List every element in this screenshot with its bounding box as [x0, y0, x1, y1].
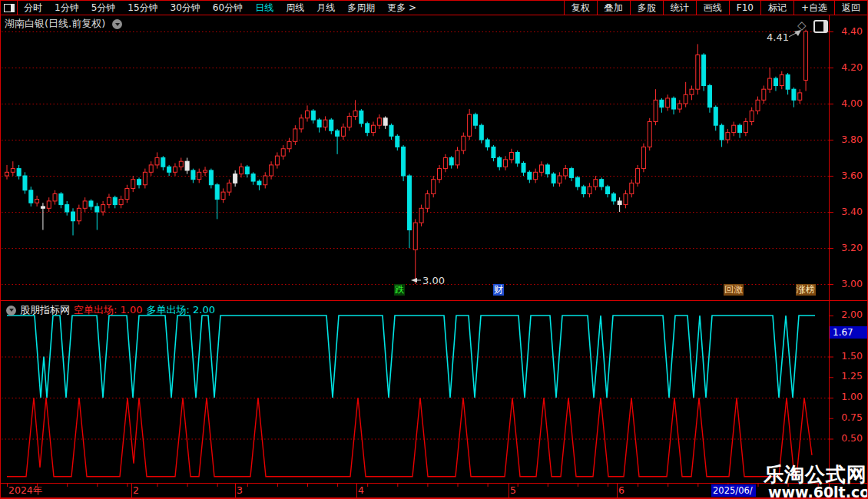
- time-axis-label: 3: [237, 484, 243, 496]
- period-tabs: 分时1分钟5分钟15分钟30分钟60分钟日线周线月线多周期更多 >: [18, 2, 422, 15]
- indicator-axis-label: 1.50: [830, 351, 863, 362]
- indicator-collapse-icon[interactable]: [6, 306, 16, 316]
- window-split-icon: [4, 4, 15, 12]
- chart-canvas[interactable]: [1, 1, 868, 499]
- indicator-source[interactable]: 股朋指标网: [20, 303, 70, 317]
- price-axis-label: 4.20: [830, 62, 863, 73]
- toolbar-button-0[interactable]: 复权: [564, 1, 597, 15]
- price-axis-label: 3.60: [830, 170, 863, 181]
- time-axis-label: 2024年: [8, 484, 42, 496]
- toolbar-button-3[interactable]: 统计: [663, 1, 696, 15]
- price-axis-label: 3.80: [830, 134, 863, 145]
- price-axis-label: 3.20: [830, 243, 863, 253]
- indicator-axis-label: 0.75: [830, 412, 863, 423]
- high-annotation: 4.41: [767, 31, 789, 43]
- toolbar-actions: 复权叠加多股统计画线F10标记+自选返回: [564, 1, 867, 15]
- period-tab-7[interactable]: 周线: [280, 2, 310, 15]
- indicator-header: 股朋指标网 空单出场: 1.00 多单出场: 2.00: [6, 303, 215, 317]
- period-tab-1[interactable]: 1分钟: [48, 2, 85, 15]
- trading-app-window: 分时1分钟5分钟15分钟30分钟60分钟日线周线月线多周期更多 > 复权叠加多股…: [0, 0, 868, 499]
- top-toolbar: 分时1分钟5分钟15分钟30分钟60分钟日线周线月线多周期更多 > 复权叠加多股…: [1, 1, 867, 15]
- toolbar-button-8[interactable]: 返回: [834, 1, 867, 15]
- diamond-icon[interactable]: ◇: [797, 18, 807, 32]
- time-axis-label: 6: [618, 484, 624, 496]
- price-axis-label: 3.00: [830, 279, 863, 289]
- period-tab-0[interactable]: 分时: [18, 2, 48, 15]
- indicator-axis-label: 2.00: [830, 309, 863, 320]
- page-title: 湖南白银(日线.前复权): [5, 18, 105, 29]
- title-dropdown-icon[interactable]: [112, 19, 122, 29]
- period-tab-10[interactable]: 更多 >: [381, 2, 422, 15]
- short-exit-label: 空单出场: 1.00: [74, 303, 142, 317]
- period-tab-4[interactable]: 30分钟: [164, 2, 207, 15]
- chart-title-row: 湖南白银(日线.前复权): [5, 17, 122, 31]
- period-tab-9[interactable]: 多周期: [341, 2, 381, 15]
- indicator-current-value-badge: 1.67: [830, 326, 868, 339]
- current-date-badge: 2025/06/: [711, 484, 756, 497]
- price-axis-label: 4.40: [830, 26, 863, 37]
- time-axis-label: 2: [133, 484, 139, 496]
- time-axis-label: 4: [358, 484, 364, 496]
- low-annotation: 3.00: [422, 275, 445, 286]
- event-tag[interactable]: 财: [493, 284, 504, 296]
- toolbar-button-7[interactable]: +自选: [793, 1, 834, 15]
- period-tab-3[interactable]: 15分钟: [121, 2, 164, 15]
- toolbar-button-2[interactable]: 多股: [630, 1, 663, 15]
- long-exit-label: 多单出场: 2.00: [146, 303, 214, 317]
- toolbar-button-5[interactable]: F10: [729, 1, 760, 15]
- price-axis-label: 4.00: [830, 98, 863, 109]
- indicator-axis-label: 1.25: [830, 371, 863, 382]
- event-tag[interactable]: 跌: [394, 284, 405, 296]
- watermark-site-url: www.60lt.com: [768, 484, 868, 499]
- indicator-axis-label: 1.00: [830, 392, 863, 402]
- toolbar-button-6[interactable]: 标记: [760, 1, 793, 15]
- window-split-button[interactable]: [1, 1, 18, 15]
- period-tab-5[interactable]: 60分钟: [207, 2, 249, 15]
- panel-layout-icon[interactable]: [813, 20, 828, 33]
- period-tab-2[interactable]: 5分钟: [85, 2, 122, 15]
- toolbar-button-1[interactable]: 叠加: [597, 1, 630, 15]
- period-tab-8[interactable]: 月线: [310, 2, 341, 15]
- event-tag[interactable]: 回激: [724, 284, 744, 296]
- indicator-axis-label: 0.50: [830, 433, 863, 444]
- period-tab-6[interactable]: 日线: [249, 2, 280, 15]
- event-tag[interactable]: 涨榜: [796, 284, 816, 296]
- toolbar-button-4[interactable]: 画线: [696, 1, 729, 15]
- time-axis-label: 5: [510, 484, 516, 496]
- price-axis-label: 3.40: [830, 207, 863, 217]
